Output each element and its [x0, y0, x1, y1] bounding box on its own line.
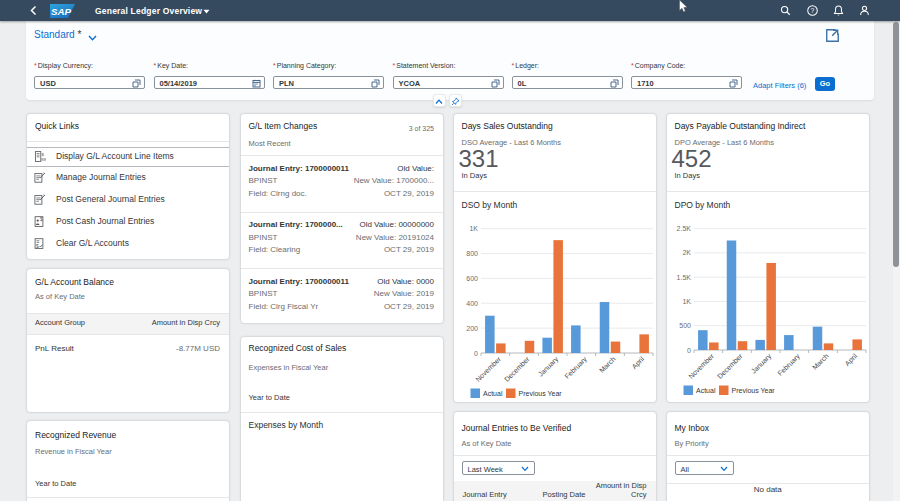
svg-text:500: 500	[679, 322, 691, 329]
svg-text:$: $	[40, 217, 43, 222]
svg-text:800: 800	[466, 250, 478, 257]
svg-text:SAP: SAP	[51, 5, 72, 16]
svg-text:$: $	[36, 244, 39, 249]
svg-text:January: January	[749, 352, 773, 376]
svg-text:0: 0	[474, 350, 478, 357]
svg-text:88: 88	[41, 157, 46, 162]
svg-text:Previous Year: Previous Year	[518, 390, 562, 397]
svg-text:Actual: Actual	[483, 390, 503, 397]
svg-text:December: December	[715, 352, 743, 380]
svg-text:1K: 1K	[682, 298, 691, 305]
svg-text:2.5K: 2.5K	[676, 225, 691, 232]
svg-text:600: 600	[466, 275, 478, 282]
svg-text:2K: 2K	[682, 249, 691, 256]
svg-text:February: February	[563, 355, 589, 381]
svg-text:Previous Year: Previous Year	[731, 387, 775, 394]
svg-text:400: 400	[466, 300, 478, 307]
svg-text:1.5K: 1.5K	[676, 274, 691, 281]
svg-text:March: March	[811, 352, 830, 371]
svg-text:March: March	[598, 355, 617, 374]
svg-text:April: April	[843, 352, 859, 368]
svg-text:April: April	[630, 355, 646, 371]
svg-text:November: November	[687, 352, 715, 380]
svg-text:0: 0	[687, 347, 691, 354]
svg-text:January: January	[536, 355, 560, 379]
svg-text:Actual: Actual	[696, 387, 716, 394]
svg-text:1K: 1K	[469, 225, 478, 232]
svg-text:200: 200	[466, 325, 478, 332]
svg-text:November: November	[474, 355, 502, 383]
svg-text:December: December	[502, 355, 530, 383]
svg-text:February: February	[776, 352, 802, 378]
svg-text:?: ?	[810, 7, 814, 14]
